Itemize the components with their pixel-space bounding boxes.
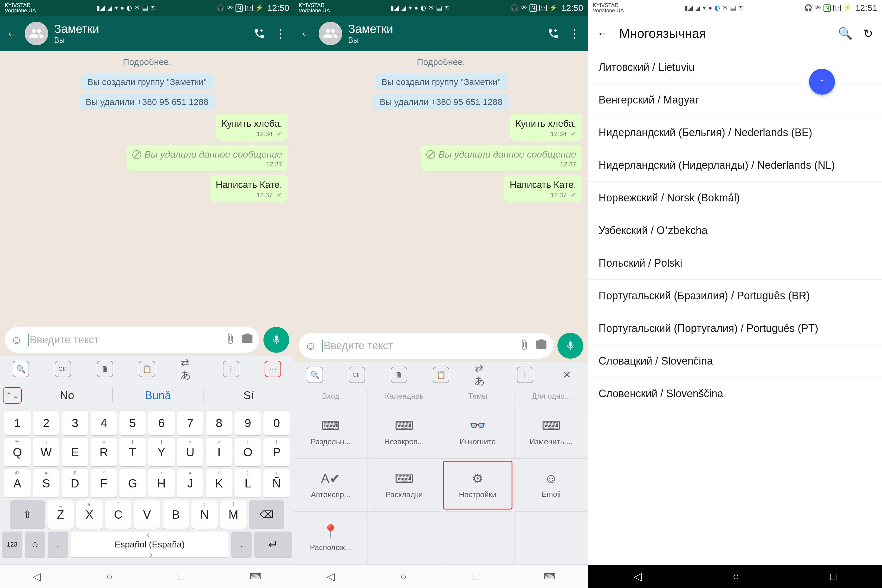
- chat-body[interactable]: Подробнее. Вы создали группу "Заметки" В…: [0, 51, 294, 324]
- key-e[interactable]: |E: [62, 438, 88, 466]
- shortcut-incognito[interactable]: 👓Инкогнито: [441, 406, 514, 459]
- message-deleted[interactable]: Вы удалили данное сообщение 12:37: [420, 145, 582, 171]
- message-input[interactable]: Введите текст: [28, 334, 219, 346]
- emoji-button[interactable]: ☺: [304, 339, 316, 352]
- shortcut-location[interactable]: 📍Располож...: [294, 512, 368, 564]
- language-item[interactable]: Венгерский / Magyar: [588, 84, 882, 116]
- key-u[interactable]: <U: [177, 438, 204, 466]
- message-input[interactable]: Введите текст: [322, 340, 513, 352]
- key-8[interactable]: 8: [206, 411, 232, 435]
- shortcut-layouts[interactable]: ⌨Раскладки: [368, 459, 441, 512]
- nav-back[interactable]: ◁: [634, 570, 642, 583]
- key-b[interactable]: :B: [163, 500, 189, 529]
- key-i[interactable]: >I: [206, 438, 232, 466]
- expand-suggestions-button[interactable]: ⌃⌄: [3, 387, 22, 404]
- chat-title-block[interactable]: Заметки Вы: [348, 22, 540, 45]
- nav-back[interactable]: ◁: [327, 570, 335, 583]
- group-avatar[interactable]: [319, 22, 342, 45]
- more-menu-button[interactable]: ⋮: [273, 26, 288, 41]
- key-k[interactable]: (K: [206, 469, 232, 498]
- key-z[interactable]: _Z: [47, 500, 74, 529]
- kbd-gif-button[interactable]: GIF: [349, 367, 365, 383]
- search-button[interactable]: 🔍: [838, 27, 853, 40]
- key-j[interactable]: =J: [177, 469, 204, 498]
- kbd-gif-button[interactable]: GIF: [55, 361, 71, 377]
- nav-recent[interactable]: □: [178, 570, 184, 583]
- emoji-key[interactable]: ☺: [25, 531, 45, 557]
- mic-send-button[interactable]: [263, 327, 289, 353]
- key-m[interactable]: !M: [220, 500, 247, 529]
- hint[interactable]: Календарь: [368, 388, 441, 406]
- call-button[interactable]: [546, 26, 561, 41]
- language-item[interactable]: Польский / Polski: [588, 247, 882, 280]
- message-out[interactable]: Купить хлеба. 12:34 ✓: [510, 114, 582, 141]
- kbd-translate-button[interactable]: ⇄あ: [181, 361, 197, 377]
- group-avatar[interactable]: [25, 22, 48, 45]
- suggestion-primary[interactable]: Bună: [112, 389, 203, 402]
- key-v[interactable]: 'V: [134, 500, 160, 529]
- key-c[interactable]: "C: [105, 500, 131, 529]
- nav-recent[interactable]: □: [830, 570, 837, 583]
- key-6[interactable]: 6: [148, 411, 175, 435]
- shortcut-settings[interactable]: ⚙Настройки: [441, 459, 514, 512]
- period-key[interactable]: .: [231, 531, 252, 557]
- key-o[interactable]: {O: [235, 438, 261, 466]
- key-3[interactable]: 3: [62, 411, 88, 435]
- shortcut-split[interactable]: ⌨Раздельн...: [294, 406, 368, 459]
- key-p[interactable]: }P: [263, 438, 290, 466]
- attach-button[interactable]: [225, 333, 236, 347]
- key-w[interactable]: \W: [33, 438, 59, 466]
- kbd-translate-button[interactable]: ⇄あ: [475, 367, 491, 383]
- key-s[interactable]: #S: [33, 469, 59, 498]
- kbd-info-button[interactable]: i: [223, 361, 239, 377]
- nav-home[interactable]: ○: [106, 570, 112, 583]
- camera-button[interactable]: [535, 338, 548, 353]
- key-q[interactable]: %Q: [4, 438, 31, 466]
- message-out[interactable]: Купить хлеба. 12:34 ✓: [216, 114, 288, 141]
- key-2[interactable]: 2: [33, 411, 59, 435]
- key-5[interactable]: 5: [119, 411, 146, 435]
- kbd-clipboard-button[interactable]: 🗎: [391, 367, 407, 383]
- shift-key[interactable]: ⇧: [10, 500, 45, 529]
- refresh-button[interactable]: ↻: [863, 27, 873, 40]
- key-y[interactable]: ]Y: [148, 438, 175, 466]
- message-out[interactable]: Написать Кате. 12:37 ✓: [504, 175, 582, 202]
- nav-keyboard[interactable]: ⌨: [544, 572, 555, 581]
- scroll-top-fab[interactable]: ↑: [809, 69, 835, 94]
- language-item[interactable]: Нидерландский (Нидерланды) / Nederlands …: [588, 149, 882, 182]
- shortcut-autocorrect[interactable]: A✔Автоиспр...: [294, 459, 368, 512]
- kbd-clipboard-button[interactable]: 🗎: [97, 361, 113, 377]
- message-out[interactable]: Написать Кате. 12:37 ✓: [210, 175, 288, 202]
- nav-home[interactable]: ○: [400, 570, 406, 583]
- message-deleted[interactable]: Вы удалили данное сообщение 12:37: [126, 145, 288, 171]
- suggestion[interactable]: Sí: [204, 389, 294, 402]
- hint[interactable]: Темы: [441, 388, 515, 406]
- kbd-more-button[interactable]: ⋯: [265, 361, 281, 377]
- more-link[interactable]: Подробнее.: [116, 54, 178, 70]
- more-menu-button[interactable]: ⋮: [567, 26, 582, 41]
- numbers-key[interactable]: 123: [2, 531, 22, 557]
- nav-keyboard[interactable]: ⌨: [250, 572, 261, 581]
- language-item[interactable]: Узбекский / Oʻzbekcha: [588, 214, 882, 247]
- kbd-search-button[interactable]: 🔍: [13, 361, 29, 377]
- key-n[interactable]: ;N: [191, 500, 218, 529]
- comma-key[interactable]: ,: [48, 531, 68, 557]
- language-item[interactable]: Нидерландский (Бельгия) / Nederlands (BE…: [588, 116, 882, 149]
- key-0[interactable]: 0: [263, 411, 290, 435]
- mic-send-button[interactable]: [557, 333, 583, 358]
- key-4[interactable]: 4: [90, 411, 117, 435]
- camera-button[interactable]: [241, 333, 254, 348]
- hint[interactable]: Вход: [294, 388, 368, 406]
- key-h[interactable]: +H: [148, 469, 175, 498]
- key-7[interactable]: 7: [177, 411, 204, 435]
- chat-title-block[interactable]: Заметки Вы: [54, 22, 246, 45]
- language-item[interactable]: Норвежский / Norsk (Bokmål): [588, 182, 882, 214]
- back-button[interactable]: ←: [300, 26, 313, 41]
- kbd-paste-button[interactable]: 📋: [433, 367, 449, 383]
- language-list[interactable]: Литовский / LietuviuВенгерский / MagyarН…: [588, 51, 882, 564]
- key-l[interactable]: )L: [235, 469, 261, 498]
- language-item[interactable]: Португальский (Португалия) / Português (…: [588, 312, 882, 345]
- spacebar[interactable]: ‹ Español (España) ›: [70, 531, 229, 557]
- kbd-info-button[interactable]: i: [517, 367, 533, 383]
- back-button[interactable]: ←: [597, 27, 609, 40]
